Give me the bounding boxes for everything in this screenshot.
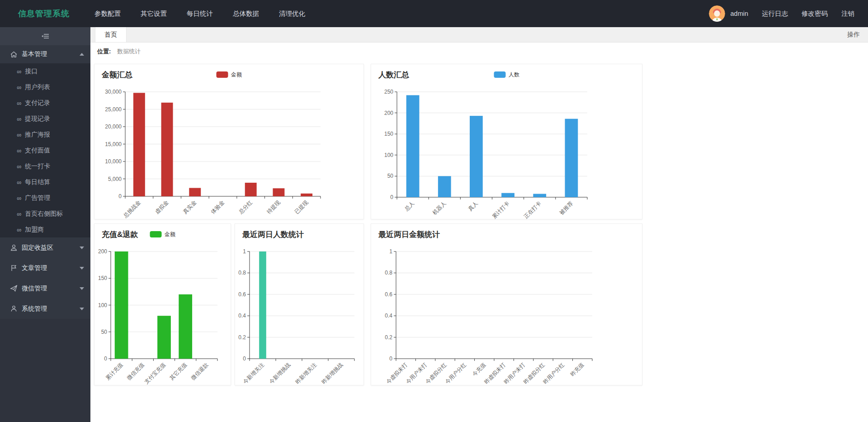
chart-legend[interactable]: 金额 (216, 64, 242, 85)
sidebar-item-0-5[interactable]: ∞支付面值 (0, 142, 90, 158)
legend-label: 金额 (231, 71, 242, 79)
breadcrumb: 位置: 数据统计 (90, 43, 868, 60)
sidebar-item-label: 支付记录 (25, 99, 50, 107)
sidebar-item-0-9[interactable]: ∞首页右侧图标 (0, 206, 90, 222)
chart-header: 最近两日金额统计 (371, 224, 642, 245)
x-tick-label: 今新增挑战 (268, 361, 292, 385)
tab-home[interactable]: 首页 (95, 27, 127, 42)
x-tick-label: 微信退款 (189, 361, 210, 382)
sidebar-item-label: 用户列表 (25, 83, 50, 91)
y-tick-label: 15,000 (105, 141, 122, 147)
sidebar-item-0-10[interactable]: ∞加盟商 (0, 222, 90, 237)
sidebar-group-2[interactable]: 文章管理 (0, 258, 90, 278)
chart-panel-two-day-people: 最近两日人数统计 00.20.40.60.81今新增关注今新增挑战昨新增关注昨新… (235, 223, 364, 385)
chart-legend[interactable]: 金额 (150, 224, 175, 245)
navbar-item-3[interactable]: 总体数据 (233, 9, 259, 18)
bar-0[interactable] (406, 95, 420, 197)
bar-3[interactable] (179, 294, 192, 359)
bar-chart-canvas: 05,00010,00015,00020,00025,00030,000总挑战金… (94, 85, 363, 220)
tab-operations-button[interactable]: 操作 (839, 27, 868, 42)
run-log-link[interactable]: 运行日志 (762, 9, 788, 18)
bar-2[interactable] (470, 116, 483, 197)
bar-5[interactable] (273, 188, 284, 196)
sidebar-group-0[interactable]: 基本管理 (0, 45, 90, 63)
y-tick-label: 25,000 (105, 106, 122, 113)
link-icon: ∞ (17, 163, 21, 170)
navbar-item-1[interactable]: 其它设置 (141, 9, 167, 18)
bar-0[interactable] (259, 251, 266, 359)
flag-icon (10, 264, 18, 272)
chart-panel-amount-summary: 金额汇总 金额 05,00010,00015,00020,00025,00030… (94, 64, 364, 219)
sidebar-item-0-4[interactable]: ∞推广海报 (0, 127, 90, 142)
sidebar-group-3[interactable]: 微信管理 (0, 278, 90, 299)
y-tick-label: 0 (104, 356, 107, 362)
y-tick-label: 100 (98, 302, 107, 308)
bar-1[interactable] (438, 176, 451, 197)
chart-panel-two-day-amount: 最近两日金额统计 00.20.40.60.81今虚拟未打今用户未打今虚拟分红今用… (371, 223, 642, 385)
logout-link[interactable]: 注销 (841, 9, 854, 18)
link-icon: ∞ (17, 132, 21, 138)
bar-6[interactable] (301, 194, 312, 196)
y-tick-label: 150 (98, 275, 107, 281)
y-tick-label: 30,000 (105, 89, 122, 95)
sidebar-item-label: 每日结算 (25, 178, 50, 186)
home-icon (10, 51, 18, 58)
x-tick-label: 体验金 (210, 199, 226, 215)
x-tick-label: 累计打卡 (491, 200, 511, 220)
sidebar-item-0-6[interactable]: ∞统一打卡 (0, 158, 90, 174)
chart-header: 人数汇总 人数 (371, 64, 642, 85)
bar-0[interactable] (133, 93, 145, 196)
sidebar-group-1[interactable]: 固定收益区 (0, 237, 90, 258)
app-root: 信息管理系统 参数配置其它设置每日统计总体数据清理优化 admin 运行日志修改… (0, 0, 868, 422)
bar-3[interactable] (501, 193, 514, 197)
user-avatar[interactable] (709, 5, 725, 22)
sidebar-item-label: 接口 (25, 67, 38, 76)
bar-1[interactable] (161, 103, 173, 196)
breadcrumb-current[interactable]: 数据统计 (117, 47, 141, 56)
chevron-up-icon (80, 53, 84, 56)
sidebar-item-0-3[interactable]: ∞提现记录 (0, 111, 90, 127)
y-tick-label: 0.2 (385, 334, 392, 341)
bar-4[interactable] (245, 183, 257, 196)
chevron-down-icon (80, 287, 84, 290)
sidebar-collapse-button[interactable] (0, 27, 90, 45)
y-tick-label: 50 (101, 329, 108, 335)
bar-4[interactable] (533, 194, 546, 197)
navbar: 信息管理系统 参数配置其它设置每日统计总体数据清理优化 admin 运行日志修改… (0, 0, 868, 27)
username[interactable]: admin (731, 10, 749, 17)
sidebar-item-0-1[interactable]: ∞用户列表 (0, 79, 90, 95)
navbar-menu: 参数配置其它设置每日统计总体数据清理优化 (94, 9, 305, 18)
bar-0[interactable] (115, 251, 128, 359)
y-tick-label: 0 (389, 356, 392, 362)
sidebar-item-0-8[interactable]: ∞广告管理 (0, 190, 90, 206)
breadcrumb-label: 位置: (97, 47, 111, 56)
change-password-link[interactable]: 修改密码 (802, 9, 828, 18)
navbar-item-2[interactable]: 每日统计 (187, 9, 213, 18)
y-tick-label: 0.4 (385, 313, 392, 319)
y-tick-label: 150 (384, 131, 393, 137)
chart-legend[interactable]: 人数 (494, 64, 519, 85)
bar-5[interactable] (565, 119, 578, 197)
navbar-item-0[interactable]: 参数配置 (94, 9, 121, 18)
legend-swatch (494, 71, 505, 78)
sidebar-item-0-7[interactable]: ∞每日结算 (0, 174, 90, 190)
x-tick-label: 今充值 (471, 361, 487, 377)
legend-swatch (216, 71, 228, 78)
sidebar-item-0-0[interactable]: ∞接口 (0, 63, 90, 79)
avatar-image (709, 5, 725, 22)
link-icon: ∞ (17, 68, 21, 75)
chart-title: 最近两日人数统计 (242, 229, 304, 240)
bar-2[interactable] (189, 188, 201, 196)
sidebar-item-label: 提现记录 (25, 115, 50, 123)
y-tick-label: 0.2 (238, 334, 246, 341)
bar-2[interactable] (157, 316, 171, 359)
sidebar-item-label: 首页右侧图标 (25, 210, 63, 218)
tab-bar: 首页 操作 (90, 27, 868, 43)
sidebar-group-4[interactable]: 系统管理 (0, 299, 90, 319)
sidebar-item-label: 推广海报 (25, 131, 50, 139)
sidebar-item-0-2[interactable]: ∞支付记录 (0, 95, 90, 111)
navbar-item-4[interactable]: 清理优化 (279, 9, 305, 18)
link-icon: ∞ (17, 147, 21, 154)
chart-title: 最近两日金额统计 (378, 229, 440, 240)
bar-chart-canvas: 00.20.40.60.81今虚拟未打今用户未打今虚拟分红今用户分红今充值昨虚拟… (371, 245, 642, 386)
